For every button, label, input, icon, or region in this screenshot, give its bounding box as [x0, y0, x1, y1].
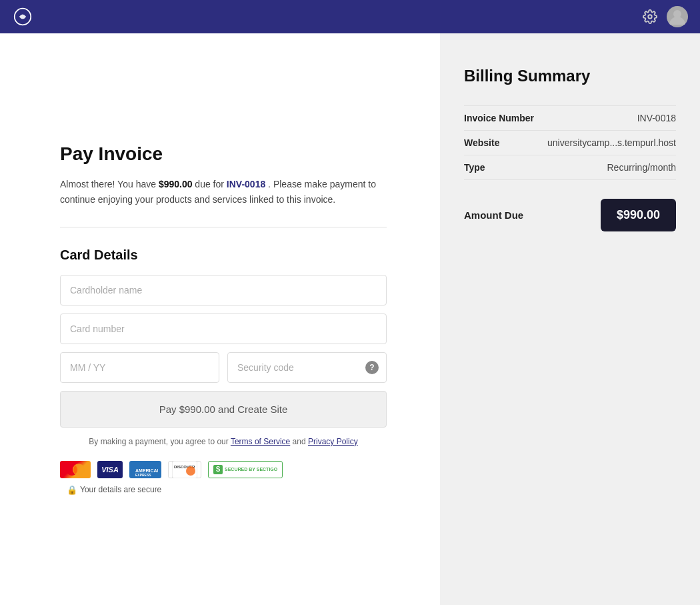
- desc-part1: Almost there! You have: [60, 179, 159, 189]
- security-wrapper: ?: [227, 352, 387, 383]
- terms-of-service-link[interactable]: Terms of Service: [231, 437, 290, 446]
- payment-badges: VISA AMERICAN EXPRESS DISCOVER S SECURED…: [60, 461, 387, 495]
- type-label: Type: [464, 162, 485, 173]
- billing-row-invoice: Invoice Number INV-0018: [464, 105, 676, 131]
- sectigo-badge: S SECURED BY SECTIGO: [208, 461, 283, 478]
- expiry-group: [60, 352, 219, 383]
- card-number-group: [60, 314, 387, 344]
- amex-icon: AMERICAN EXPRESS: [129, 461, 161, 478]
- svg-text:EXPRESS: EXPRESS: [135, 473, 151, 477]
- main-layout: Pay Invoice Almost there! You have $990.…: [0, 33, 700, 605]
- secure-label: Your details are secure: [80, 485, 161, 494]
- pay-button[interactable]: Pay $990.00 and Create Site: [60, 391, 387, 428]
- website-value: universitycamp...s.tempurl.host: [547, 137, 676, 148]
- app-logo[interactable]: [12, 6, 33, 27]
- billing-summary-panel: Billing Summary Invoice Number INV-0018 …: [440, 33, 700, 605]
- visa-icon: VISA: [97, 461, 123, 478]
- sectigo-text: SECURED BY SECTIGO: [225, 467, 277, 472]
- card-bottom-row: ?: [60, 352, 387, 383]
- privacy-policy-link[interactable]: Privacy Policy: [308, 437, 358, 446]
- cardholder-name-group: [60, 275, 387, 306]
- amount-due-badge: $990.00: [601, 199, 676, 231]
- invoice-ref: INV-0018: [227, 179, 265, 189]
- billing-row-website: Website universitycamp...s.tempurl.host: [464, 131, 676, 155]
- security-code-group: ?: [227, 352, 387, 383]
- desc-amount: $990.00: [159, 179, 193, 189]
- terms-text: By making a payment, you agree to our Te…: [60, 437, 387, 446]
- billing-rows: Invoice Number INV-0018 Website universi…: [464, 105, 676, 180]
- billing-row-type: Type Recurring/month: [464, 155, 676, 180]
- left-panel: Pay Invoice Almost there! You have $990.…: [0, 33, 440, 605]
- type-value: Recurring/month: [607, 162, 677, 173]
- security-help-icon[interactable]: ?: [365, 361, 379, 374]
- page-title: Pay Invoice: [60, 143, 387, 165]
- billing-summary-title: Billing Summary: [464, 67, 676, 85]
- discover-icon: DISCOVER: [168, 461, 201, 478]
- mastercard-icon: [60, 461, 91, 478]
- expiry-input[interactable]: [60, 352, 219, 383]
- terms-prefix: By making a payment, you agree to our: [89, 437, 231, 446]
- terms-middle: and: [290, 437, 308, 446]
- svg-text:AMERICAN: AMERICAN: [135, 468, 158, 473]
- desc-part2: due for: [192, 179, 226, 189]
- website-label: Website: [464, 137, 499, 148]
- amount-due-row: Amount Due $990.00: [464, 199, 676, 231]
- section-divider: [60, 227, 387, 227]
- invoice-description: Almost there! You have $990.00 due for I…: [60, 177, 387, 207]
- security-code-input[interactable]: [227, 352, 387, 383]
- svg-point-1: [648, 15, 652, 19]
- top-navigation: [0, 0, 700, 33]
- amount-due-label: Amount Due: [464, 209, 523, 221]
- invoice-number-label: Invoice Number: [464, 113, 534, 123]
- nav-right-actions: [643, 6, 688, 27]
- sectigo-logo: S: [213, 465, 223, 474]
- lock-icon: 🔒: [67, 485, 77, 495]
- settings-icon[interactable]: [643, 9, 657, 24]
- invoice-number-value: INV-0018: [637, 113, 676, 123]
- card-details-heading: Card Details: [60, 247, 387, 263]
- secure-text: 🔒 Your details are secure: [67, 485, 161, 495]
- svg-point-10: [186, 466, 195, 476]
- card-number-input[interactable]: [60, 314, 387, 344]
- cardholder-name-input[interactable]: [60, 275, 387, 306]
- user-avatar[interactable]: [667, 6, 688, 27]
